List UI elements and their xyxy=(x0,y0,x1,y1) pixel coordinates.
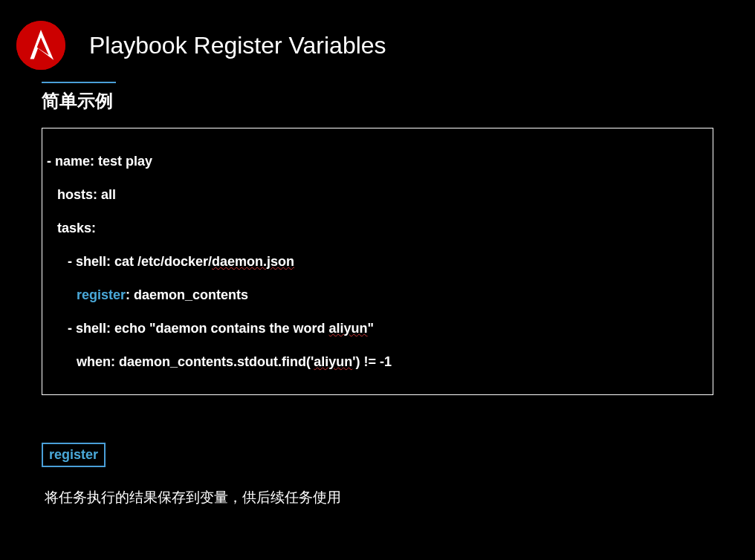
code-line-6-pre: - shell: echo "daemon contains the word xyxy=(68,321,329,336)
code-line-7-post: ') != -1 xyxy=(352,354,392,369)
code-example-box: - name: test play hosts: all tasks: - sh… xyxy=(42,128,713,395)
svg-point-0 xyxy=(16,21,65,70)
code-line-4-pre: - shell: cat /etc/docker/ xyxy=(68,254,212,269)
code-line-6-post: " xyxy=(368,321,375,336)
code-line-5-rest: : daemon_contents xyxy=(126,287,248,302)
code-line-7-pre: when: daemon_contents.stdout.find(' xyxy=(77,354,314,369)
section-subtitle: 简单示例 xyxy=(42,89,755,113)
code-line-7-wavy: aliyun xyxy=(314,354,352,369)
description-text: 将任务执行的结果保存到变量，供后续任务使用 xyxy=(45,488,755,507)
register-tag: register xyxy=(42,443,106,467)
code-line-3: tasks: xyxy=(57,221,96,235)
ansible-logo-icon xyxy=(16,21,65,70)
code-line-1: - name: test play xyxy=(47,154,152,169)
code-line-2: hosts: all xyxy=(57,187,116,202)
page-title: Playbook Register Variables xyxy=(89,32,386,59)
code-register-keyword: register xyxy=(77,287,126,302)
slide-header: Playbook Register Variables xyxy=(0,0,755,70)
accent-underline xyxy=(42,82,116,83)
code-line-6-wavy: aliyun xyxy=(329,321,368,336)
code-line-4-wavy: daemon.json xyxy=(212,254,294,269)
